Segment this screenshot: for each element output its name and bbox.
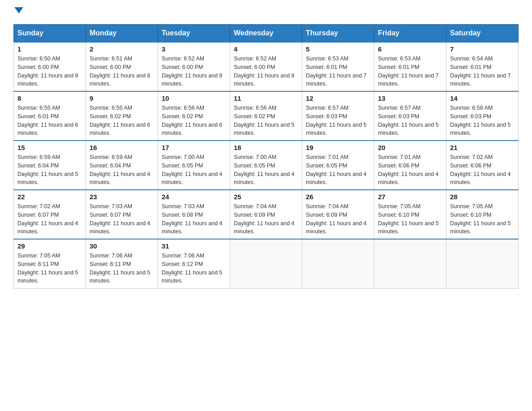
day-number: 28 [450, 193, 515, 201]
calendar-cell: 24Sunrise: 7:03 AMSunset: 6:08 PMDayligh… [158, 190, 230, 239]
day-info: Sunrise: 6:54 AMSunset: 6:01 PMDaylight:… [450, 55, 515, 88]
day-info: Sunrise: 7:05 AMSunset: 6:10 PMDaylight:… [450, 202, 515, 236]
weekday-header-saturday: Saturday [446, 25, 519, 43]
calendar-cell: 31Sunrise: 7:06 AMSunset: 6:12 PMDayligh… [158, 239, 230, 288]
day-number: 1 [17, 45, 82, 53]
day-info: Sunrise: 6:52 AMSunset: 6:00 PMDaylight:… [162, 55, 226, 88]
day-number: 24 [162, 193, 226, 201]
day-info: Sunrise: 7:05 AMSunset: 6:11 PMDaylight:… [17, 252, 82, 285]
calendar-cell: 15Sunrise: 6:59 AMSunset: 6:04 PMDayligh… [14, 141, 86, 190]
calendar-cell: 19Sunrise: 7:01 AMSunset: 6:05 PMDayligh… [302, 141, 374, 190]
day-info: Sunrise: 6:52 AMSunset: 6:00 PMDaylight:… [234, 55, 298, 88]
logo [13, 9, 23, 15]
day-info: Sunrise: 7:02 AMSunset: 6:06 PMDaylight:… [450, 153, 515, 187]
day-info: Sunrise: 6:53 AMSunset: 6:01 PMDaylight:… [378, 55, 442, 88]
day-info: Sunrise: 7:01 AMSunset: 6:05 PMDaylight:… [306, 153, 370, 187]
day-number: 25 [234, 193, 298, 201]
day-info: Sunrise: 6:58 AMSunset: 6:03 PMDaylight:… [450, 104, 515, 137]
week-row-3: 15Sunrise: 6:59 AMSunset: 6:04 PMDayligh… [14, 141, 519, 190]
calendar-cell: 1Sunrise: 6:50 AMSunset: 6:00 PMDaylight… [14, 42, 86, 91]
calendar-cell [302, 239, 374, 288]
week-row-5: 29Sunrise: 7:05 AMSunset: 6:11 PMDayligh… [14, 239, 519, 288]
day-info: Sunrise: 6:57 AMSunset: 6:03 PMDaylight:… [306, 104, 370, 137]
day-number: 31 [162, 242, 226, 250]
day-number: 6 [378, 45, 442, 53]
calendar-cell: 5Sunrise: 6:53 AMSunset: 6:01 PMDaylight… [302, 42, 374, 91]
day-info: Sunrise: 6:51 AMSunset: 6:00 PMDaylight:… [90, 55, 154, 88]
day-number: 11 [234, 94, 298, 102]
day-info: Sunrise: 6:59 AMSunset: 6:04 PMDaylight:… [17, 153, 82, 187]
day-number: 29 [17, 242, 82, 250]
day-number: 13 [378, 94, 442, 102]
weekday-header-wednesday: Wednesday [230, 25, 302, 43]
calendar-cell: 20Sunrise: 7:01 AMSunset: 6:06 PMDayligh… [374, 141, 446, 190]
day-info: Sunrise: 7:00 AMSunset: 6:05 PMDaylight:… [234, 153, 298, 187]
calendar-cell: 7Sunrise: 6:54 AMSunset: 6:01 PMDaylight… [446, 42, 519, 91]
calendar-cell: 17Sunrise: 7:00 AMSunset: 6:05 PMDayligh… [158, 141, 230, 190]
day-info: Sunrise: 6:59 AMSunset: 6:04 PMDaylight:… [90, 153, 154, 187]
day-number: 7 [450, 45, 515, 53]
day-number: 23 [90, 193, 154, 201]
day-number: 5 [306, 45, 370, 53]
day-info: Sunrise: 6:55 AMSunset: 6:02 PMDaylight:… [90, 104, 154, 137]
calendar-cell: 6Sunrise: 6:53 AMSunset: 6:01 PMDaylight… [374, 42, 446, 91]
day-number: 14 [450, 94, 515, 102]
calendar-cell: 30Sunrise: 7:06 AMSunset: 6:11 PMDayligh… [86, 239, 158, 288]
calendar-cell [230, 239, 302, 288]
day-info: Sunrise: 7:04 AMSunset: 6:09 PMDaylight:… [234, 202, 298, 236]
calendar-cell: 14Sunrise: 6:58 AMSunset: 6:03 PMDayligh… [446, 91, 519, 141]
page-header [13, 9, 519, 15]
day-number: 12 [306, 94, 370, 102]
day-number: 8 [17, 94, 82, 102]
calendar-table: SundayMondayTuesdayWednesdayThursdayFrid… [13, 24, 519, 289]
day-number: 4 [234, 45, 298, 53]
calendar-cell: 26Sunrise: 7:04 AMSunset: 6:09 PMDayligh… [302, 190, 374, 239]
calendar-cell: 13Sunrise: 6:57 AMSunset: 6:03 PMDayligh… [374, 91, 446, 141]
day-info: Sunrise: 7:06 AMSunset: 6:11 PMDaylight:… [90, 252, 154, 285]
day-number: 21 [450, 144, 515, 151]
calendar-cell: 12Sunrise: 6:57 AMSunset: 6:03 PMDayligh… [302, 91, 374, 141]
calendar-cell [446, 239, 519, 288]
calendar-cell: 10Sunrise: 6:56 AMSunset: 6:02 PMDayligh… [158, 91, 230, 141]
day-number: 3 [162, 45, 226, 53]
day-number: 9 [90, 94, 154, 102]
day-info: Sunrise: 6:56 AMSunset: 6:02 PMDaylight:… [234, 104, 298, 137]
calendar-cell: 23Sunrise: 7:03 AMSunset: 6:07 PMDayligh… [86, 190, 158, 239]
calendar-cell: 11Sunrise: 6:56 AMSunset: 6:02 PMDayligh… [230, 91, 302, 141]
day-number: 10 [162, 94, 226, 102]
day-info: Sunrise: 7:02 AMSunset: 6:07 PMDaylight:… [17, 202, 82, 236]
day-number: 26 [306, 193, 370, 201]
day-number: 22 [17, 193, 82, 201]
day-info: Sunrise: 6:57 AMSunset: 6:03 PMDaylight:… [378, 104, 442, 137]
week-row-1: 1Sunrise: 6:50 AMSunset: 6:00 PMDaylight… [14, 42, 519, 91]
weekday-header-monday: Monday [86, 25, 158, 43]
day-number: 19 [306, 144, 370, 151]
day-info: Sunrise: 7:05 AMSunset: 6:10 PMDaylight:… [378, 202, 442, 236]
day-info: Sunrise: 6:50 AMSunset: 6:00 PMDaylight:… [17, 55, 82, 88]
weekday-header-sunday: Sunday [14, 25, 86, 43]
logo-triangle-icon [14, 7, 23, 13]
calendar-cell: 9Sunrise: 6:55 AMSunset: 6:02 PMDaylight… [86, 91, 158, 141]
day-info: Sunrise: 7:01 AMSunset: 6:06 PMDaylight:… [378, 153, 442, 187]
day-info: Sunrise: 7:03 AMSunset: 6:07 PMDaylight:… [90, 202, 154, 236]
day-info: Sunrise: 7:00 AMSunset: 6:05 PMDaylight:… [162, 153, 226, 187]
day-number: 17 [162, 144, 226, 151]
calendar-cell: 16Sunrise: 6:59 AMSunset: 6:04 PMDayligh… [86, 141, 158, 190]
day-number: 27 [378, 193, 442, 201]
calendar-cell: 21Sunrise: 7:02 AMSunset: 6:06 PMDayligh… [446, 141, 519, 190]
weekday-header-tuesday: Tuesday [158, 25, 230, 43]
day-info: Sunrise: 7:03 AMSunset: 6:08 PMDaylight:… [162, 202, 226, 236]
calendar-cell: 28Sunrise: 7:05 AMSunset: 6:10 PMDayligh… [446, 190, 519, 239]
day-info: Sunrise: 7:06 AMSunset: 6:12 PMDaylight:… [162, 252, 226, 285]
day-info: Sunrise: 6:53 AMSunset: 6:01 PMDaylight:… [306, 55, 370, 88]
calendar-cell: 2Sunrise: 6:51 AMSunset: 6:00 PMDaylight… [86, 42, 158, 91]
calendar-cell: 3Sunrise: 6:52 AMSunset: 6:00 PMDaylight… [158, 42, 230, 91]
calendar-cell: 27Sunrise: 7:05 AMSunset: 6:10 PMDayligh… [374, 190, 446, 239]
day-number: 15 [17, 144, 82, 151]
calendar-cell: 8Sunrise: 6:55 AMSunset: 6:01 PMDaylight… [14, 91, 86, 141]
calendar-cell [374, 239, 446, 288]
day-number: 30 [90, 242, 154, 250]
day-number: 16 [90, 144, 154, 151]
weekday-header-friday: Friday [374, 25, 446, 43]
calendar-cell: 18Sunrise: 7:00 AMSunset: 6:05 PMDayligh… [230, 141, 302, 190]
